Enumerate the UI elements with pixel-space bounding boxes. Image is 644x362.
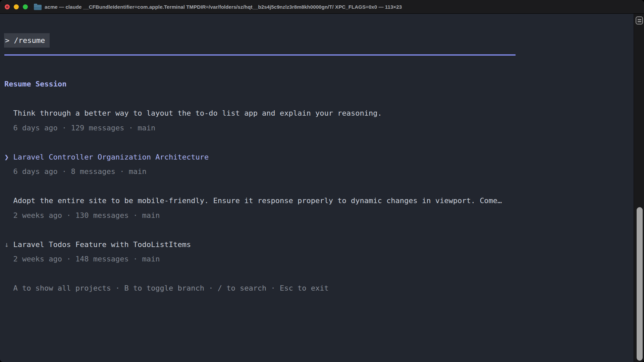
command-text: /resume xyxy=(14,33,45,48)
spacer-line xyxy=(4,179,631,194)
spacer-line xyxy=(4,18,631,33)
window-controls xyxy=(5,4,28,9)
session-item[interactable]: ↓Laravel Todos Feature with TodoListItem… xyxy=(4,237,631,252)
prompt-line: >/resume xyxy=(4,33,631,48)
unsaved-dot-icon xyxy=(6,6,8,8)
terminal-content: >/resume Resume Session Think through a … xyxy=(0,14,644,362)
session-meta-text: 6 days ago · 129 messages · main xyxy=(13,124,155,132)
session-meta: 2 weeks ago · 130 messages · main xyxy=(4,208,631,223)
scrollbar-thumb[interactable] xyxy=(637,207,643,361)
terminal-output: >/resume Resume Session Think through a … xyxy=(0,14,644,296)
session-title: Laravel Todos Feature with TodoListItems xyxy=(13,240,191,249)
spacer-line xyxy=(4,135,631,150)
session-meta: 6 days ago · 129 messages · main xyxy=(4,121,631,135)
prompt-input[interactable]: >/resume xyxy=(4,33,50,48)
session-item[interactable]: Think through a better way to layout the… xyxy=(4,106,631,121)
window-title: acme — claude __CFBundleIdentifier=com.a… xyxy=(45,4,402,10)
titlebar: acme — claude __CFBundleIdentifier=com.a… xyxy=(0,0,644,14)
keyboard-hints-text: A to show all projects · B to toggle bra… xyxy=(13,284,328,292)
session-item-selected[interactable]: ❯Laravel Controller Organization Archite… xyxy=(4,150,631,165)
spacer-line xyxy=(4,62,631,77)
session-title: Think through a better way to layout the… xyxy=(13,109,382,117)
session-title: Adopt the entire site to be mobile-frien… xyxy=(13,196,502,205)
spacer-line xyxy=(4,223,631,237)
down-arrow-icon: ↓ xyxy=(4,237,13,252)
split-pane-button[interactable] xyxy=(636,16,643,24)
session-item[interactable]: Adopt the entire site to be mobile-frien… xyxy=(4,193,631,208)
session-title: Laravel Controller Organization Architec… xyxy=(13,153,209,161)
close-button[interactable] xyxy=(5,4,10,9)
minimize-button[interactable] xyxy=(14,4,19,9)
session-meta-text: 2 weeks ago · 130 messages · main xyxy=(13,211,160,220)
resume-session-heading: Resume Session xyxy=(4,77,631,92)
divider-rule xyxy=(4,54,516,56)
session-meta: 6 days ago · 8 messages · main xyxy=(4,164,631,179)
prompt-symbol: > xyxy=(5,33,9,48)
selection-pointer-icon: ❯ xyxy=(4,150,13,165)
spacer-line xyxy=(4,266,631,281)
zoom-button[interactable] xyxy=(23,4,28,9)
session-meta: 2 weeks ago · 148 messages · main xyxy=(4,252,631,266)
terminal-window: acme — claude __CFBundleIdentifier=com.a… xyxy=(0,0,644,362)
scrollbar[interactable] xyxy=(634,14,644,362)
folder-icon xyxy=(34,4,42,10)
session-meta-text: 2 weeks ago · 148 messages · main xyxy=(13,255,160,263)
session-meta-text: 6 days ago · 8 messages · main xyxy=(13,167,146,176)
keyboard-hints: A to show all projects · B to toggle bra… xyxy=(4,281,631,296)
divider-line xyxy=(4,48,631,62)
spacer-line xyxy=(4,92,631,106)
